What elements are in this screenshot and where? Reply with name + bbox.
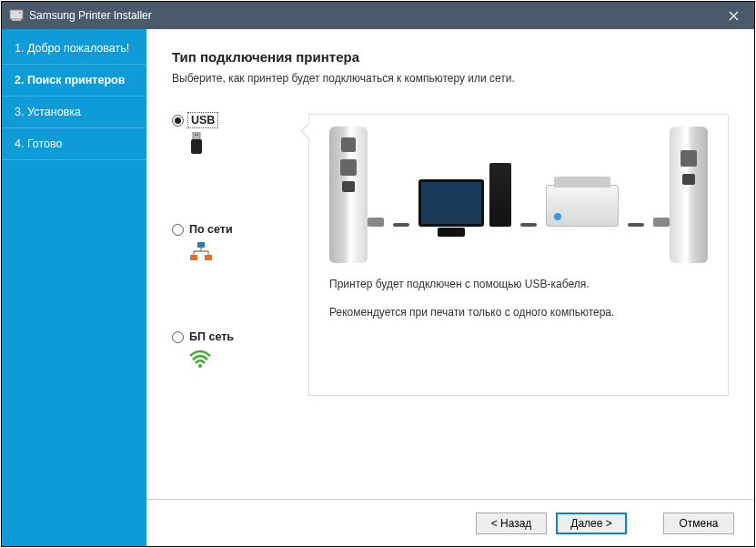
- usb-cable: [393, 223, 409, 227]
- svg-rect-9: [205, 255, 212, 260]
- next-button[interactable]: Далее >: [556, 512, 627, 534]
- usb-plug-right: [653, 218, 670, 227]
- page-heading: Тип подключения принтера: [172, 49, 729, 65]
- usb-cable: [628, 223, 644, 227]
- option-wireless[interactable]: БП сеть: [172, 330, 272, 372]
- usb-cable: [520, 223, 537, 227]
- option-label-network: По сети: [189, 223, 233, 236]
- content-area: Тип подключения принтера Выберите, как п…: [146, 29, 754, 499]
- close-button[interactable]: [713, 2, 754, 29]
- installer-window: Samsung Printer Installer 1. Добро пожал…: [1, 1, 755, 547]
- titlebar: Samsung Printer Installer: [2, 2, 754, 29]
- sidebar: 1. Добро пожаловать! 2. Поиск принтеров …: [2, 29, 146, 546]
- cancel-button[interactable]: Отмена: [663, 512, 734, 534]
- svg-rect-4: [191, 139, 202, 154]
- wifi-icon: [188, 349, 212, 372]
- usb-plug-left: [368, 218, 384, 227]
- description-line-2: Рекомендуется при печати только с одного…: [329, 305, 708, 320]
- svg-rect-7: [197, 242, 205, 248]
- window-body: 1. Добро пожаловать! 2. Поиск принтеров …: [2, 29, 754, 546]
- network-lan-icon: [188, 241, 214, 267]
- back-button[interactable]: < Назад: [476, 512, 547, 534]
- svg-point-10: [198, 364, 202, 368]
- printer-icon: [546, 185, 619, 227]
- svg-rect-3: [193, 132, 200, 139]
- connection-illustration: [329, 131, 708, 259]
- connection-option-list: USB По сети: [172, 114, 272, 396]
- svg-rect-6: [197, 134, 199, 136]
- page-subtitle: Выберите, как принтер будет подключаться…: [172, 72, 729, 85]
- options-row: USB По сети: [172, 114, 729, 396]
- radio-usb[interactable]: [172, 115, 184, 127]
- option-label-wireless: БП сеть: [189, 330, 234, 343]
- option-network[interactable]: По сети: [172, 223, 272, 267]
- description-line-1: Принтер будет подключен с помощью USB-ка…: [329, 277, 708, 292]
- option-usb[interactable]: USB: [172, 114, 272, 159]
- radio-network[interactable]: [172, 224, 184, 236]
- sidebar-step-search[interactable]: 2. Поиск принтеров: [2, 65, 146, 96]
- svg-rect-0: [10, 10, 23, 19]
- pc-tower-icon: [489, 163, 511, 227]
- close-icon: [729, 11, 739, 21]
- footer: < Назад Далее > Отмена: [146, 499, 754, 546]
- sidebar-step-done[interactable]: 4. Готово: [2, 128, 146, 160]
- main-panel: Тип подключения принтера Выберите, как п…: [146, 29, 754, 546]
- pc-port-panel: [329, 127, 368, 263]
- svg-rect-1: [12, 18, 21, 21]
- sidebar-step-install[interactable]: 3. Установка: [2, 96, 146, 128]
- radio-wireless[interactable]: [172, 331, 184, 343]
- connection-preview: Принтер будет подключен с помощью USB-ка…: [308, 114, 729, 396]
- printer-port-panel: [670, 127, 708, 263]
- app-icon: [9, 8, 24, 23]
- svg-rect-5: [195, 134, 197, 136]
- svg-point-2: [19, 12, 21, 14]
- usb-connector-icon: [188, 132, 205, 159]
- sidebar-step-welcome[interactable]: 1. Добро пожаловать!: [2, 33, 146, 65]
- monitor-icon: [418, 179, 484, 227]
- svg-rect-8: [190, 255, 197, 260]
- window-title: Samsung Printer Installer: [29, 9, 713, 22]
- option-label-usb: USB: [189, 114, 217, 127]
